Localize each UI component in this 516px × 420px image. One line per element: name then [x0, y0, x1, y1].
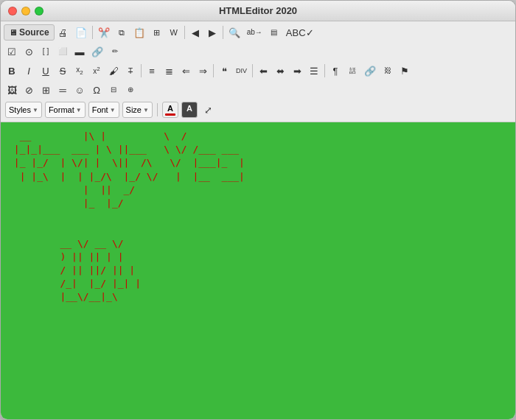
toolbar-row-3: B I U S x2 x2 🖌 T ≡ ≣ ⇐ ⇒ ❝ DIV ⬅ ⬌ ➡ ☰ …: [4, 61, 512, 80]
minimize-button[interactable]: [21, 7, 30, 15]
underline-button[interactable]: U: [38, 63, 54, 79]
window-title: HTMLEditor 2020: [219, 5, 297, 16]
spellcheck-button[interactable]: ABC✓: [283, 24, 317, 41]
text-field-button[interactable]: [ ]: [38, 43, 54, 60]
new-button[interactable]: 📄: [72, 24, 90, 41]
bg-color-button[interactable]: A: [181, 102, 198, 118]
separator-5: [213, 64, 214, 77]
maximize-editor-button[interactable]: ⤢: [201, 102, 217, 118]
anchor-button[interactable]: ⚑: [397, 63, 413, 79]
maximize-button[interactable]: [35, 7, 43, 15]
image-button[interactable]: 🖼: [4, 82, 20, 98]
checkbox-button[interactable]: ☑: [4, 43, 20, 60]
flash-button[interactable]: ⊘: [21, 82, 37, 98]
blockquote-button[interactable]: ❝: [216, 63, 232, 79]
page-break-button[interactable]: ⊟: [105, 82, 122, 98]
italic-button[interactable]: I: [21, 63, 37, 79]
titlebar: HTMLEditor 2020: [1, 1, 515, 21]
toolbar-row-4: 🖼 ⊘ ⊞ ═ ☺ Ω ⊟ ⊕: [4, 80, 512, 99]
format-dropdown[interactable]: Format ▼: [45, 102, 86, 118]
separator-6: [252, 64, 253, 77]
find-button[interactable]: 🔍: [226, 24, 243, 41]
outdent-button[interactable]: ⇐: [178, 63, 194, 79]
bg-color-bar: [184, 113, 195, 116]
radio-button[interactable]: ⊙: [21, 43, 37, 60]
bold-button[interactable]: B: [4, 63, 20, 79]
font-dropdown[interactable]: Font ▼: [88, 102, 119, 118]
copy-button[interactable]: ⧉: [114, 24, 130, 41]
cut-button[interactable]: ✂️: [95, 24, 113, 41]
align-left-button[interactable]: ⬅: [255, 63, 271, 79]
unlink-button[interactable]: ⛓: [380, 63, 396, 79]
strikethrough-button[interactable]: S: [55, 63, 71, 79]
source-button[interactable]: 🖥 Source: [4, 24, 55, 41]
close-button[interactable]: [8, 7, 17, 15]
print-preview-button[interactable]: 🖨: [55, 24, 72, 41]
horizontal-rule-button[interactable]: ═: [55, 82, 71, 98]
separator-1: [92, 26, 93, 39]
align-right-button[interactable]: ➡: [289, 63, 305, 79]
link-insert-button[interactable]: 🔗: [88, 43, 106, 60]
align-justify-button[interactable]: ☰: [306, 63, 322, 79]
toolbar-row-1: 🖥 Source 🖨 📄 ✂️ ⧉ 📋 ⊞ W ◀ ▶ 🔍 ab→ ▤ ABC✓: [4, 23, 512, 42]
paragraph-button[interactable]: ¶: [327, 63, 344, 79]
text-direction-button[interactable]: 話: [344, 63, 360, 79]
separator-8: [157, 103, 158, 116]
table-button[interactable]: ⊞: [38, 82, 54, 98]
toolbar-row-5: Styles ▼ Format ▼ Font ▼ Size ▼ A A: [4, 99, 512, 120]
paste-from-word-button[interactable]: W: [166, 24, 182, 41]
iframe-button[interactable]: ⊕: [122, 82, 139, 98]
separator-2: [184, 26, 185, 39]
paste-text-button[interactable]: ⊞: [149, 24, 165, 41]
editor-area[interactable]: __ |\ | \ / |_|_|___ ___ | \ ||___ \ \/ …: [1, 122, 515, 419]
align-center-button[interactable]: ⬌: [272, 63, 288, 79]
toolbar-area: 🖥 Source 🖨 📄 ✂️ ⧉ 📋 ⊞ W ◀ ▶ 🔍 ab→ ▤ ABC✓…: [1, 21, 515, 122]
rect-button[interactable]: ▬: [72, 43, 88, 60]
smiley-button[interactable]: ☺: [72, 82, 88, 98]
ascii-art-content: __ |\ | \ / |_|_|___ ___ | \ ||___ \ \/ …: [8, 130, 508, 304]
paste-button[interactable]: 📋: [130, 24, 148, 41]
toolbar-row-2: ☑ ⊙ [ ] ⬜ ▬ 🔗 ✏: [4, 42, 512, 61]
window-controls: [8, 7, 43, 15]
undo-button[interactable]: ◀: [187, 24, 203, 41]
ordered-list-button[interactable]: ≡: [144, 63, 160, 79]
app-window: HTMLEditor 2020 🖥 Source 🖨 📄 ✂️ ⧉ 📋 ⊞ W …: [0, 0, 516, 420]
font-color-bar: [165, 113, 175, 116]
special-char-button[interactable]: Ω: [88, 82, 105, 98]
separator-4: [141, 64, 142, 77]
select-all-button[interactable]: ▤: [266, 24, 282, 41]
link-button[interactable]: 🔗: [361, 63, 379, 79]
highlight-button[interactable]: 🖌: [105, 63, 122, 79]
replace-button[interactable]: ab→: [244, 24, 265, 41]
draw-button[interactable]: ✏: [107, 43, 123, 60]
size-dropdown[interactable]: Size ▼: [122, 102, 153, 118]
redo-button[interactable]: ▶: [204, 24, 220, 41]
unordered-list-button[interactable]: ≣: [161, 63, 177, 79]
clear-format-button[interactable]: T: [122, 63, 139, 79]
separator-7: [324, 64, 325, 77]
subscript-button[interactable]: x2: [72, 63, 88, 79]
styles-dropdown[interactable]: Styles ▼: [5, 102, 42, 118]
font-color-button[interactable]: A: [162, 102, 178, 118]
div-button[interactable]: DIV: [233, 63, 250, 79]
superscript-button[interactable]: x2: [88, 63, 105, 79]
indent-button[interactable]: ⇒: [195, 63, 211, 79]
separator-3: [223, 26, 223, 39]
text-area-button[interactable]: ⬜: [55, 43, 71, 60]
